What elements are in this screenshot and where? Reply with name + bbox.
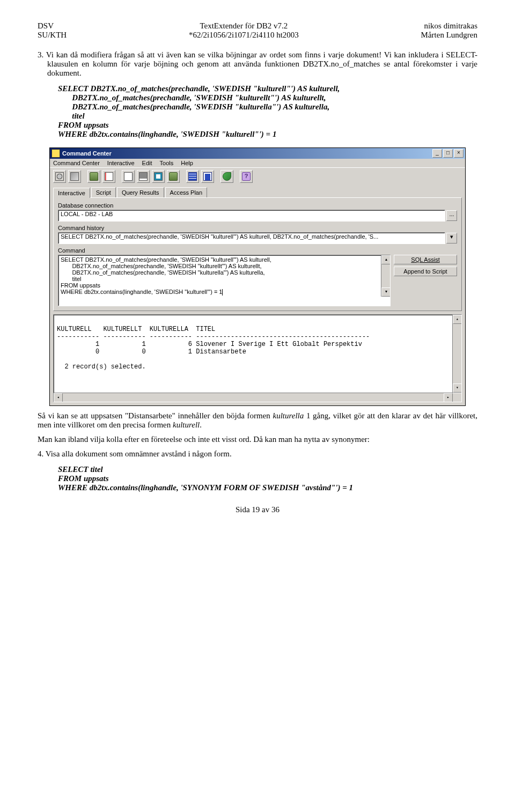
command-history-combo[interactable]: SELECT DB2TX.no_of_matches(prechandle, '… [58, 232, 445, 244]
board-icon [203, 172, 212, 181]
header-center: TextExtender för DB2 v7.2 *62/2i1056/2i1… [189, 21, 299, 40]
tb-btn-8[interactable] [167, 170, 180, 183]
tab-interactive[interactable]: Interactive [53, 188, 90, 198]
tb-btn-5[interactable] [122, 170, 135, 183]
paragraph-1: 3. Vi kan då modifiera frågan så att vi … [47, 50, 477, 78]
tb-btn-help[interactable]: ? [240, 170, 253, 183]
menu-tools[interactable]: Tools [160, 160, 174, 166]
execute-button[interactable] [53, 170, 66, 183]
app-icon [52, 149, 60, 158]
command-text: SELECT DB2TX.no_of_matches(prechandle, '… [61, 256, 271, 295]
scroll-down-icon[interactable]: ▾ [381, 287, 391, 297]
menu-command-center[interactable]: Command Center [53, 160, 100, 166]
menu-help[interactable]: Help [181, 160, 193, 166]
label-command-history: Command history [58, 225, 457, 231]
command-textarea[interactable]: SELECT DB2TX.no_of_matches(prechandle, '… [58, 255, 391, 306]
sql-block-1: SELECT DB2TX.no_of_matches(prechandle, '… [58, 84, 477, 139]
results-text: KULTURELL KULTURELLT KULTURELLA TITEL --… [57, 326, 370, 371]
results-panel[interactable]: KULTURELL KULTURELLT KULTURELLA TITEL --… [53, 314, 462, 402]
command-center-window: Command Center _ □ × Command Center Inte… [49, 147, 466, 406]
help-icon: ? [242, 172, 251, 181]
paragraph-3: Man kan ibland vilja kolla efter en före… [38, 435, 477, 444]
tb-btn-6[interactable] [137, 170, 150, 183]
sql-block-2: SELECT titel FROM uppsats WHERE db2tx.co… [58, 465, 477, 492]
append-to-script-button[interactable]: Append to Script [394, 267, 457, 276]
sql-assist-label: QL Assist [415, 256, 440, 263]
page-footer: Sida 19 av 36 [38, 505, 477, 514]
tb-btn-3[interactable] [87, 170, 100, 183]
tab-access-plan[interactable]: Access Plan [165, 187, 208, 197]
copy-icon [124, 172, 133, 181]
db2-icon [169, 172, 178, 181]
interactive-panel: Database connection LOCAL - DB2 - LAB ..… [53, 197, 462, 311]
gear-icon [55, 172, 64, 181]
db-connection-browse-button[interactable]: ... [446, 210, 457, 221]
leaf-icon [223, 172, 231, 181]
tb-btn-9[interactable] [186, 170, 199, 183]
list-icon [139, 172, 148, 181]
tb-btn-10[interactable] [201, 170, 214, 183]
window-title: Command Center [62, 150, 431, 157]
titlebar[interactable]: Command Center _ □ × [50, 148, 465, 159]
res-scroll-down-icon[interactable]: ▾ [453, 383, 462, 393]
sql-assist-button[interactable]: SQL Assist [394, 255, 457, 264]
grid-icon [188, 172, 197, 181]
paragraph-4: 4. Visa alla dokument som omnämner avstå… [47, 449, 477, 459]
paragraph-2: Så vi kan se att uppsatsen "Distansarbet… [38, 411, 477, 430]
toolbar: ? [50, 167, 465, 185]
scroll-up-icon[interactable]: ▴ [381, 255, 391, 264]
tree-icon [154, 172, 163, 181]
maximize-button[interactable]: □ [443, 149, 453, 158]
database-icon [90, 172, 98, 181]
minimize-button[interactable]: _ [432, 149, 442, 158]
header-right: nikos dimitrakas Mårten Lundgren [421, 21, 477, 40]
header-left: DSV SU/KTH [38, 21, 67, 40]
menu-edit[interactable]: Edit [142, 160, 152, 166]
gears-icon [70, 172, 79, 181]
close-button[interactable]: × [454, 149, 464, 158]
res-scroll-up-icon[interactable]: ▴ [453, 315, 462, 324]
execute-plan-button[interactable] [68, 170, 81, 183]
label-command: Command [58, 247, 457, 254]
text-cursor [222, 289, 223, 296]
history-dropdown-button[interactable]: ▾ [446, 233, 457, 243]
results-hscrollbar[interactable]: ◂▸ [54, 393, 453, 402]
tb-btn-11[interactable] [220, 170, 233, 183]
res-scroll-right-icon[interactable]: ▸ [444, 393, 453, 402]
tab-query-results[interactable]: Query Results [117, 187, 164, 197]
menu-interactive[interactable]: Interactive [107, 160, 135, 166]
res-scroll-left-icon[interactable]: ◂ [54, 393, 63, 402]
tab-strip: Interactive Script Query Results Access … [50, 185, 465, 197]
scrollbar-corner [453, 393, 461, 402]
tab-script[interactable]: Script [91, 187, 116, 197]
doc-icon [105, 172, 113, 181]
results-vscrollbar[interactable]: ▴▾ [452, 315, 461, 393]
tb-btn-7[interactable] [152, 170, 165, 183]
page-header: DSV SU/KTH TextExtender för DB2 v7.2 *62… [38, 21, 477, 40]
cmd-vscrollbar[interactable]: ▴▾ [381, 255, 390, 297]
menubar: Command Center Interactive Edit Tools He… [50, 159, 465, 167]
tb-btn-4[interactable] [102, 170, 115, 183]
label-db-connection: Database connection [58, 202, 457, 209]
db-connection-field[interactable]: LOCAL - DB2 - LAB [58, 210, 445, 222]
